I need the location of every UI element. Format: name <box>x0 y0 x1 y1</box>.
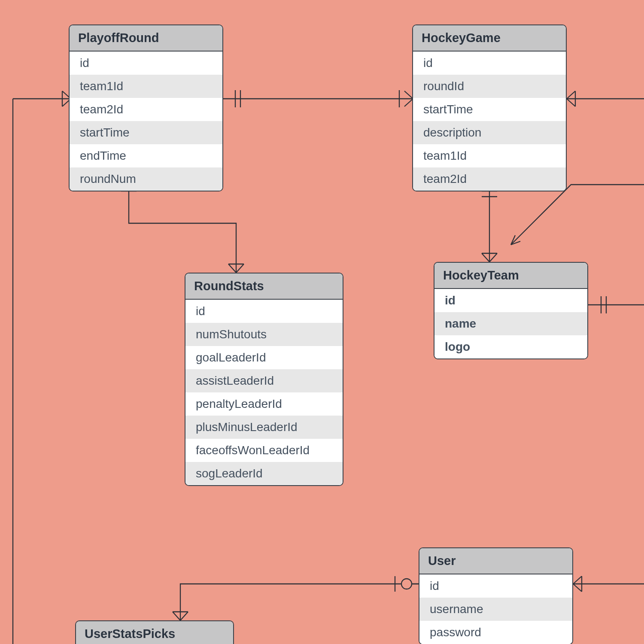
entity-roundstats[interactable]: RoundStats id numShutouts goalLeaderId a… <box>185 273 343 486</box>
entity-user[interactable]: User id username password <box>419 547 573 644</box>
field: endTime <box>70 144 222 167</box>
entity-hockeyteam[interactable]: HockeyTeam id name logo <box>434 262 588 359</box>
field: roundId <box>413 75 566 98</box>
svg-line-42 <box>573 584 582 592</box>
field: id <box>70 52 222 75</box>
field: team1Id <box>413 144 566 167</box>
field: username <box>419 598 572 621</box>
field: assistLeaderId <box>185 369 343 392</box>
field: id <box>413 52 566 75</box>
entity-playoffround[interactable]: PlayoffRound id team1Id team2Id startTim… <box>69 24 223 191</box>
entity-title: HockeyGame <box>413 25 566 52</box>
field: password <box>419 621 572 644</box>
svg-line-37 <box>173 612 180 620</box>
svg-line-41 <box>573 576 582 584</box>
field: team2Id <box>70 98 222 121</box>
svg-line-32 <box>236 264 244 273</box>
entity-title: User <box>419 548 572 574</box>
field: team1Id <box>70 75 222 98</box>
field: plusMinusLeaderId <box>185 416 343 439</box>
field: sogLeaderId <box>185 462 343 485</box>
field: penaltyLeaderId <box>185 392 343 416</box>
field: roundNum <box>70 167 222 191</box>
svg-line-31 <box>228 264 236 273</box>
field: numShutouts <box>185 323 343 346</box>
svg-line-12 <box>567 91 575 99</box>
field: description <box>413 121 566 144</box>
field: id <box>434 289 587 312</box>
entity-hockeygame[interactable]: HockeyGame id roundId startTime descript… <box>412 24 567 191</box>
svg-line-20 <box>511 241 520 245</box>
svg-line-23 <box>489 253 497 262</box>
svg-line-21 <box>511 235 515 245</box>
field: startTime <box>413 98 566 121</box>
svg-line-22 <box>482 253 489 262</box>
field: logo <box>434 335 587 358</box>
svg-line-8 <box>404 91 413 99</box>
field: team2Id <box>413 167 566 191</box>
entity-title: RoundStats <box>185 273 343 300</box>
svg-point-34 <box>401 579 412 589</box>
svg-line-38 <box>180 612 188 620</box>
field: startTime <box>70 121 222 144</box>
svg-line-9 <box>404 99 413 106</box>
field: name <box>434 312 587 335</box>
entity-userstatspicks[interactable]: UserStatsPicks <box>75 620 234 644</box>
field: faceoffsWonLeaderId <box>185 439 343 462</box>
entity-title: HockeyTeam <box>434 263 587 289</box>
field: id <box>185 300 343 323</box>
field: goalLeaderId <box>185 346 343 369</box>
svg-line-13 <box>567 99 575 106</box>
field: id <box>419 574 572 598</box>
entity-title: UserStatsPicks <box>76 621 233 644</box>
entity-title: PlayoffRound <box>70 25 222 52</box>
